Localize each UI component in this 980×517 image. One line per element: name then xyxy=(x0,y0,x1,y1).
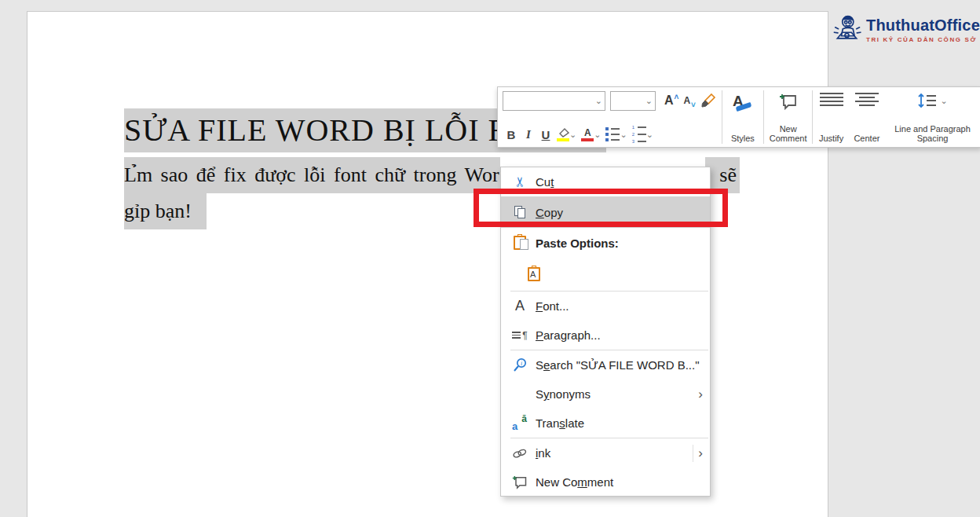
translate-icon: ăa xyxy=(510,416,530,431)
highlighter-icon xyxy=(557,128,569,141)
bullet-list-icon xyxy=(605,127,620,141)
caret-down-icon: ˅ xyxy=(691,101,696,109)
keep-text-only-icon: A xyxy=(524,267,544,281)
text-highlight-button[interactable]: ⌄ xyxy=(554,124,579,145)
brand-tagline: TRI KỶ CỦA DÂN CÔNG SỞ xyxy=(866,36,980,43)
chevron-down-icon[interactable]: ⌄ xyxy=(646,130,653,139)
new-comment-icon xyxy=(510,475,530,490)
font-color-icon: A xyxy=(581,128,594,141)
paste-icon xyxy=(510,236,530,250)
menu-paste-options-header: Paste Options: xyxy=(501,228,710,258)
italic-button[interactable]: I xyxy=(520,125,537,144)
search-icon: i xyxy=(510,358,530,372)
font-color-button[interactable]: A ⌄ xyxy=(579,124,603,145)
mascot-icon xyxy=(829,6,865,54)
center-align-icon xyxy=(855,93,879,106)
link-icon xyxy=(510,448,530,459)
menu-item-paragraph[interactable]: ¶ Paragraph... xyxy=(501,321,710,350)
brand-logo: ThuthuatOffice TRI KỶ CỦA DÂN CÔNG SỞ xyxy=(829,2,980,58)
submenu-arrow-icon: › xyxy=(698,387,703,402)
document-body-line2[interactable]: gỉp bạn! xyxy=(124,193,207,229)
font-name-combobox[interactable]: ⌄ xyxy=(503,91,605,111)
center-button[interactable]: Center xyxy=(850,87,884,147)
svg-text:i: i xyxy=(521,360,522,367)
new-comment-icon xyxy=(779,93,798,110)
line-spacing-icon xyxy=(917,93,938,108)
menu-item-link[interactable]: ink › xyxy=(501,438,710,468)
menu-item-translate[interactable]: ăa Translate xyxy=(501,409,710,438)
chevron-down-icon[interactable]: ⌄ xyxy=(594,130,601,139)
font-size-combobox[interactable]: ⌄ xyxy=(610,91,656,111)
chevron-down-icon: ⌄ xyxy=(595,97,602,105)
menu-paste-option-keep-text[interactable]: A xyxy=(501,258,710,291)
chevron-down-icon[interactable]: ⌄ xyxy=(569,130,576,139)
caret-up-icon: ˄ xyxy=(675,93,679,101)
line-spacing-button[interactable]: ⌄ Line and Paragraph Spacing xyxy=(884,87,980,147)
submenu-arrow-icon: › xyxy=(698,446,703,461)
bold-button[interactable]: B xyxy=(503,125,520,144)
menu-item-font[interactable]: A Font... xyxy=(501,292,710,321)
grow-font-icon: A xyxy=(664,94,674,107)
numbering-button[interactable]: 1 2 3 ⌄ xyxy=(630,124,656,145)
styles-button[interactable]: A Styles xyxy=(722,87,763,147)
format-painter-icon xyxy=(700,93,716,108)
menu-item-search[interactable]: i Search "SỬA FILE WORD B..." xyxy=(501,350,710,380)
copy-annotation-box xyxy=(474,189,728,227)
new-comment-button[interactable]: New Comment xyxy=(764,87,813,147)
justify-icon xyxy=(820,93,843,106)
submenu-divider xyxy=(693,445,693,462)
document-body-line1[interactable]: L̉m sao để fix được lỗi font chữ trong W… xyxy=(124,157,500,193)
menu-item-new-comment[interactable]: New Comment xyxy=(501,468,710,497)
grow-font-button[interactable]: A˄ xyxy=(662,90,681,111)
menu-item-synonyms[interactable]: Synonyms › xyxy=(501,380,710,409)
justify-button[interactable]: Justify xyxy=(813,87,849,147)
styles-icon: A xyxy=(731,93,755,113)
chevron-down-icon: ⌄ xyxy=(645,97,653,105)
paragraph-icon: ¶ xyxy=(510,330,530,341)
chevron-down-icon[interactable]: ⌄ xyxy=(940,97,947,105)
scissors-icon: ✂ xyxy=(510,174,530,190)
underline-button[interactable]: U xyxy=(537,125,554,144)
format-painter-button[interactable] xyxy=(698,90,719,111)
bullets-button[interactable]: ⌄ xyxy=(603,124,629,145)
shrink-font-icon: A xyxy=(683,96,690,105)
mini-format-toolbar: ⌄ ⌄ A˄ A˅ B I U xyxy=(497,86,980,148)
chevron-down-icon[interactable]: ⌄ xyxy=(620,130,627,139)
font-icon: A xyxy=(510,298,530,314)
brand-title: ThuthuatOffice xyxy=(866,16,980,35)
numbered-list-icon: 1 2 3 xyxy=(632,125,646,144)
shrink-font-button[interactable]: A˅ xyxy=(681,90,698,111)
